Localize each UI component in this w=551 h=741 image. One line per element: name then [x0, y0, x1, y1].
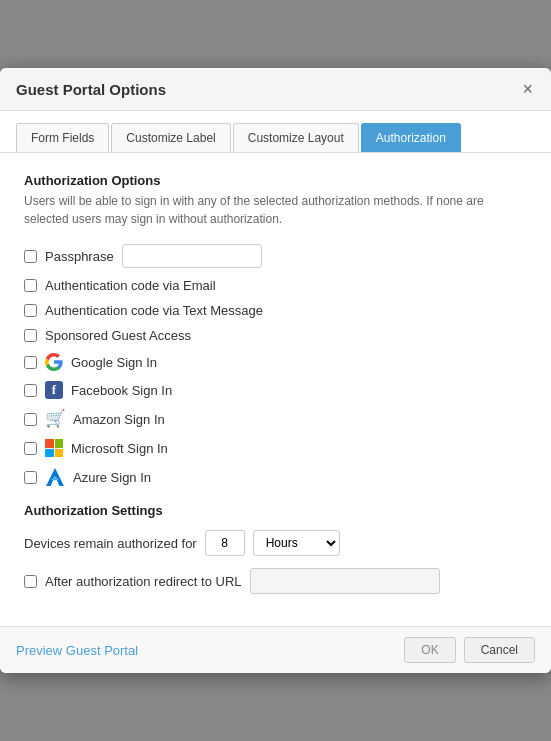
passphrase-label: Passphrase: [45, 249, 114, 264]
google-checkbox[interactable]: [24, 356, 37, 369]
azure-label: Azure Sign In: [73, 470, 151, 485]
close-button[interactable]: ×: [520, 80, 535, 98]
auth-email-checkbox[interactable]: [24, 279, 37, 292]
auth-settings-title: Authorization Settings: [24, 503, 527, 518]
google-label: Google Sign In: [71, 355, 157, 370]
amazon-icon: 🛒: [45, 409, 65, 429]
amazon-checkbox[interactable]: [24, 413, 37, 426]
tabs-bar: Form Fields Customize Label Customize La…: [0, 111, 551, 153]
option-auth-email-row: Authentication code via Email: [24, 278, 527, 293]
redirect-checkbox[interactable]: [24, 575, 37, 588]
option-facebook-row: f Facebook Sign In: [24, 381, 527, 399]
option-amazon-row: 🛒 Amazon Sign In: [24, 409, 527, 429]
azure-checkbox[interactable]: [24, 471, 37, 484]
auth-options-title: Authorization Options: [24, 173, 527, 188]
option-sponsored-row: Sponsored Guest Access: [24, 328, 527, 343]
tab-form-fields[interactable]: Form Fields: [16, 123, 109, 152]
azure-icon: [45, 467, 65, 487]
dialog-header: Guest Portal Options ×: [0, 68, 551, 111]
option-auth-sms-row: Authentication code via Text Message: [24, 303, 527, 318]
facebook-icon: f: [45, 381, 63, 399]
auth-options-desc: Users will be able to sign in with any o…: [24, 192, 527, 228]
preview-link[interactable]: Preview Guest Portal: [16, 643, 138, 658]
option-passphrase-row: Passphrase: [24, 244, 527, 268]
amazon-label: Amazon Sign In: [73, 412, 165, 427]
auth-sms-label: Authentication code via Text Message: [45, 303, 263, 318]
devices-label: Devices remain authorized for: [24, 536, 197, 551]
sponsored-checkbox[interactable]: [24, 329, 37, 342]
authorization-options-section: Authorization Options Users will be able…: [24, 173, 527, 487]
microsoft-checkbox[interactable]: [24, 442, 37, 455]
tab-authorization[interactable]: Authorization: [361, 123, 461, 152]
sponsored-label: Sponsored Guest Access: [45, 328, 191, 343]
tab-customize-label[interactable]: Customize Label: [111, 123, 230, 152]
facebook-label: Facebook Sign In: [71, 383, 172, 398]
svg-text:🛒: 🛒: [45, 409, 65, 429]
option-google-row: Google Sign In: [24, 353, 527, 371]
redirect-row: After authorization redirect to URL: [24, 568, 527, 594]
auth-email-label: Authentication code via Email: [45, 278, 216, 293]
tab-customize-layout[interactable]: Customize Layout: [233, 123, 359, 152]
option-microsoft-row: Microsoft Sign In: [24, 439, 527, 457]
microsoft-label: Microsoft Sign In: [71, 441, 168, 456]
hours-select[interactable]: Hours Days Weeks: [253, 530, 340, 556]
dialog-body: Authorization Options Users will be able…: [0, 153, 551, 626]
auth-sms-checkbox[interactable]: [24, 304, 37, 317]
option-azure-row: Azure Sign In: [24, 467, 527, 487]
redirect-label: After authorization redirect to URL: [45, 574, 242, 589]
guest-portal-dialog: Guest Portal Options × Form Fields Custo…: [0, 68, 551, 673]
passphrase-input[interactable]: [122, 244, 262, 268]
devices-value-input[interactable]: [205, 530, 245, 556]
facebook-checkbox[interactable]: [24, 384, 37, 397]
dialog-footer: Preview Guest Portal OK Cancel: [0, 626, 551, 673]
microsoft-icon: [45, 439, 63, 457]
redirect-url-input[interactable]: [250, 568, 440, 594]
dialog-title: Guest Portal Options: [16, 81, 166, 98]
passphrase-checkbox[interactable]: [24, 250, 37, 263]
devices-authorized-row: Devices remain authorized for Hours Days…: [24, 530, 527, 556]
authorization-settings-section: Authorization Settings Devices remain au…: [24, 503, 527, 594]
ok-button[interactable]: OK: [404, 637, 455, 663]
cancel-button[interactable]: Cancel: [464, 637, 535, 663]
google-icon: [45, 353, 63, 371]
